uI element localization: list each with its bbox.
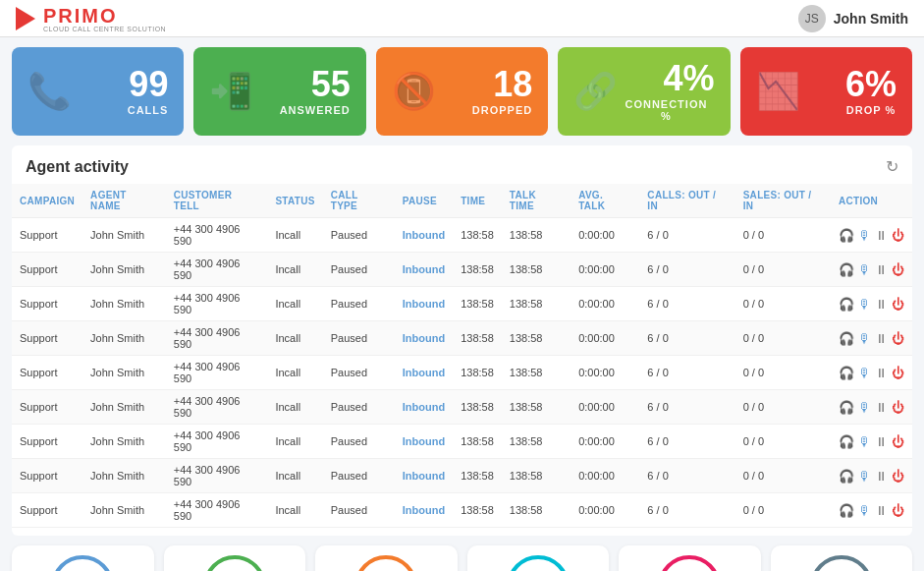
pause-icon[interactable]: ⏸ <box>875 262 888 277</box>
calls-ringing-ring: 99 🔔 <box>810 555 873 571</box>
cell-action: 🎧 🎙 ⏸ ⏻ <box>831 253 912 287</box>
mute-icon[interactable]: 🎙 <box>858 503 871 518</box>
listen-icon[interactable]: 🎧 <box>839 503 854 518</box>
calls-value: 99 <box>128 67 169 102</box>
header: PRIMO CLOUD CALL CENTRE SOLUTION JS John… <box>0 0 924 37</box>
cell-pause: Paused <box>323 459 395 493</box>
stats-row: 📞 99 CALLS 📲 55 ANSWERED 📵 18 DROPPED 🔗 … <box>0 37 924 145</box>
mute-icon[interactable]: 🎙 <box>858 297 871 312</box>
refresh-icon[interactable]: ↻ <box>886 157 898 176</box>
metric-calls-ringing: 99 🔔 CALLS RINGING <box>771 545 913 571</box>
cell-campaign: Support <box>12 425 82 459</box>
cell-call-type: Inbound <box>395 356 453 390</box>
pause-icon[interactable]: ⏸ <box>875 228 888 243</box>
inbound-sale-ring: 85 📊 <box>203 555 266 571</box>
cell-sales: 0 / 0 <box>735 321 831 356</box>
cell-customer: +44 300 4906 590 <box>166 218 268 253</box>
listen-icon[interactable]: 🎧 <box>839 366 854 380</box>
mute-icon[interactable]: 🎙 <box>858 228 871 243</box>
cell-campaign: Support <box>12 459 82 493</box>
dropped-icon: 📵 <box>392 71 436 112</box>
cell-agent: John Smith <box>82 218 166 253</box>
cell-talk-time: 138:58 <box>502 425 571 459</box>
end-call-icon[interactable]: ⏻ <box>892 400 904 415</box>
listen-icon[interactable]: 🎧 <box>839 331 854 346</box>
table-body: Support John Smith +44 300 4906 590 Inca… <box>12 218 912 528</box>
col-pause: PAUSE <box>395 184 453 218</box>
cell-status: Incall <box>267 356 322 390</box>
agent-table: CAMPAIGN AGENT NAME CUSTOMER TELL STATUS… <box>12 184 912 528</box>
end-call-icon[interactable]: ⏻ <box>892 469 904 484</box>
cell-avg-talk: 0:00:00 <box>571 459 639 493</box>
logo-area: PRIMO CLOUD CALL CENTRE SOLUTION <box>16 5 166 32</box>
metric-outbound-sales: 51 📈 OUTBOUND SALES <box>12 545 154 571</box>
cell-campaign: Support <box>12 390 82 425</box>
cell-call-type: Inbound <box>395 493 453 528</box>
listen-icon[interactable]: 🎧 <box>839 400 854 415</box>
end-call-icon[interactable]: ⏻ <box>892 434 904 449</box>
cell-pause: Paused <box>323 390 395 425</box>
cell-time: 138:58 <box>453 218 502 253</box>
cell-agent: John Smith <box>82 390 166 425</box>
agent-talking-ring: 85 💬 <box>658 555 721 571</box>
cell-calls: 6 / 0 <box>639 287 734 321</box>
section-title: Agent activity <box>26 158 129 176</box>
cell-talk-time: 138:58 <box>502 218 571 253</box>
cell-time: 138:58 <box>453 425 502 459</box>
mute-icon[interactable]: 🎙 <box>858 400 871 415</box>
stat-dropped: 📵 18 DROPPED <box>376 47 548 136</box>
drop-pct-icon: 📉 <box>756 71 800 112</box>
pause-icon[interactable]: ⏸ <box>875 469 888 484</box>
cell-campaign: Support <box>12 218 82 253</box>
listen-icon[interactable]: 🎧 <box>839 469 854 484</box>
cell-avg-talk: 0:00:00 <box>571 425 639 459</box>
mute-icon[interactable]: 🎙 <box>858 262 871 277</box>
pause-icon[interactable]: ⏸ <box>875 331 888 346</box>
cell-pause: Paused <box>323 356 395 390</box>
cell-action: 🎧 🎙 ⏸ ⏻ <box>831 459 912 493</box>
cell-talk-time: 138:58 <box>502 287 571 321</box>
pause-icon[interactable]: ⏸ <box>875 503 888 518</box>
pause-icon[interactable]: ⏸ <box>875 400 888 415</box>
cell-campaign: Support <box>12 287 82 321</box>
cell-time: 138:58 <box>453 321 502 356</box>
pause-icon[interactable]: ⏸ <box>875 297 888 312</box>
cell-agent: John Smith <box>82 321 166 356</box>
listen-icon[interactable]: 🎧 <box>839 297 854 312</box>
pause-icon[interactable]: ⏸ <box>875 366 888 380</box>
listen-icon[interactable]: 🎧 <box>839 434 854 449</box>
cell-avg-talk: 0:00:00 <box>571 356 639 390</box>
cell-pause: Paused <box>323 253 395 287</box>
cell-customer: +44 300 4906 590 <box>166 287 268 321</box>
cell-agent: John Smith <box>82 459 166 493</box>
end-call-icon[interactable]: ⏻ <box>892 331 904 346</box>
cell-customer: +44 300 4906 590 <box>166 425 268 459</box>
listen-icon[interactable]: 🎧 <box>839 262 854 277</box>
end-call-icon[interactable]: ⏻ <box>892 503 904 518</box>
cell-talk-time: 138:58 <box>502 390 571 425</box>
col-customer-tell: CUSTOMER TELL <box>166 184 268 218</box>
stat-calls: 📞 99 CALLS <box>12 47 184 136</box>
cell-action: 🎧 🎙 ⏸ ⏻ <box>831 493 912 528</box>
connection-label: CONNECTION % <box>618 98 714 122</box>
cell-customer: +44 300 4906 590 <box>166 459 268 493</box>
end-call-icon[interactable]: ⏻ <box>892 228 904 243</box>
cell-agent: John Smith <box>82 253 166 287</box>
mute-icon[interactable]: 🎙 <box>858 469 871 484</box>
cell-calls: 6 / 0 <box>639 390 734 425</box>
end-call-icon[interactable]: ⏻ <box>892 262 904 277</box>
answered-label: ANSWERED <box>280 104 351 116</box>
cell-avg-talk: 0:00:00 <box>571 218 639 253</box>
listen-icon[interactable]: 🎧 <box>839 228 854 243</box>
mute-icon[interactable]: 🎙 <box>858 331 871 346</box>
end-call-icon[interactable]: ⏻ <box>892 297 904 312</box>
cell-agent: John Smith <box>82 287 166 321</box>
end-call-icon[interactable]: ⏻ <box>892 366 904 380</box>
cell-campaign: Support <box>12 321 82 356</box>
table-header-row: CAMPAIGN AGENT NAME CUSTOMER TELL STATUS… <box>12 184 912 218</box>
mute-icon[interactable]: 🎙 <box>858 434 871 449</box>
mute-icon[interactable]: 🎙 <box>858 366 871 380</box>
pause-icon[interactable]: ⏸ <box>875 434 888 449</box>
cell-status: Incall <box>267 390 322 425</box>
table-row: Support John Smith +44 300 4906 590 Inca… <box>12 425 912 459</box>
